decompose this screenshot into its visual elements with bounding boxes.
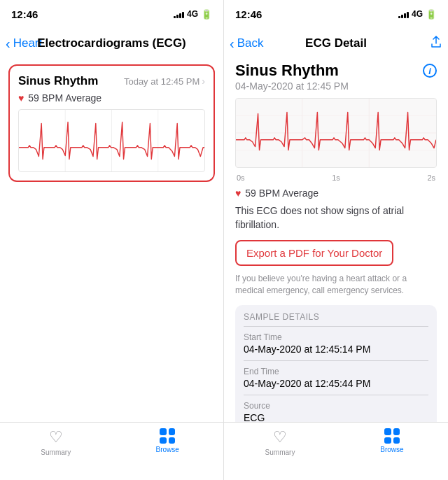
source-value: ECG xyxy=(244,412,428,422)
sample-details: SAMPLE DETAILS Start Time 04-May-2020 at… xyxy=(235,305,437,422)
chart-label-1: 1s xyxy=(332,174,340,182)
heart-tab-icon-right: ♡ xyxy=(273,428,287,446)
tab-summary-label-left: Summary xyxy=(41,449,71,456)
ecg-card-time: Today at 12:45 PM › xyxy=(124,76,205,87)
ecg-card-header: Sinus Rhythm Today at 12:45 PM › xyxy=(18,74,205,88)
status-bar-left: 12:46 4G 🔋 xyxy=(0,0,223,28)
bpm-text-left: 59 BPM Average xyxy=(28,92,102,104)
chevron-left-icon: ‹ xyxy=(6,36,10,52)
battery-icon-left: 🔋 xyxy=(201,9,212,20)
ecg-card[interactable]: Sinus Rhythm Today at 12:45 PM › ♥ 59 BP… xyxy=(8,64,215,182)
tab-browse-right[interactable]: Browse xyxy=(336,428,448,453)
ecg-chart-left xyxy=(18,109,205,172)
nav-bar-left: ‹ Heart Electrocardiograms (ECG) xyxy=(0,28,223,59)
heart-icon-right: ♥ xyxy=(235,188,241,199)
back-label-right: Back xyxy=(237,36,264,50)
right-panel: 12:46 4G 🔋 ‹ Back ECG Detail Sinus Rh xyxy=(224,0,448,480)
share-button[interactable] xyxy=(430,36,442,52)
detail-date: 04-May-2020 at 12:45 PM xyxy=(235,80,349,92)
network-icon-right: 4G xyxy=(412,9,423,19)
signal-icon-left xyxy=(174,10,184,18)
detail-row-end: End Time 04-May-2020 at 12:45:44 PM xyxy=(244,360,428,395)
heart-icon-left: ♥ xyxy=(18,92,24,104)
detail-row-source: Source ECG xyxy=(244,395,428,422)
tab-bar-right: ♡ Summary Browse xyxy=(224,422,448,480)
tab-summary-left[interactable]: ♡ Summary xyxy=(0,428,112,456)
detail-content: 0s 1s 2s ♥ 59 BPM Average This ECG does … xyxy=(224,98,448,422)
start-time-label: Start Time xyxy=(244,332,428,342)
chart-label-2: 2s xyxy=(427,174,435,182)
back-button-right[interactable]: ‹ Back xyxy=(230,36,263,52)
ecg-chart-right xyxy=(235,98,437,168)
export-pdf-button[interactable]: Export a PDF for Your Doctor xyxy=(235,240,393,266)
nav-title-left: Electrocardiograms (ECG) xyxy=(37,36,186,50)
tab-browse-left[interactable]: Browse xyxy=(112,428,224,453)
nav-bar-right: ‹ Back ECG Detail xyxy=(224,28,448,59)
tab-summary-label-right: Summary xyxy=(265,449,295,456)
share-icon xyxy=(430,36,442,48)
detail-title: Sinus Rhythm xyxy=(235,62,339,80)
bpm-row-left: ♥ 59 BPM Average xyxy=(18,92,205,104)
bpm-text-right: 59 BPM Average xyxy=(245,188,318,199)
info-button[interactable]: i xyxy=(423,64,437,78)
browse-tab-icon-left xyxy=(160,428,175,444)
start-time-value: 04-May-2020 at 12:45:14 PM xyxy=(244,344,428,355)
status-time-left: 12:46 xyxy=(11,8,38,20)
heart-tab-icon-left: ♡ xyxy=(49,428,63,446)
left-panel: 12:46 4G 🔋 ‹ Heart Electrocardiograms (E… xyxy=(0,0,224,480)
ecg-note: This ECG does not show signs of atrial f… xyxy=(235,204,437,232)
chart-label-0: 0s xyxy=(237,174,245,182)
status-bar-right: 12:46 4G 🔋 xyxy=(224,0,448,28)
ecg-svg-right xyxy=(236,99,436,167)
end-time-label: End Time xyxy=(244,367,428,376)
tab-bar-left: ♡ Summary Browse xyxy=(0,422,223,480)
source-label: Source xyxy=(244,401,428,411)
ecg-svg-left xyxy=(19,110,204,171)
end-time-value: 04-May-2020 at 12:45:44 PM xyxy=(244,378,428,389)
bpm-row-right: ♥ 59 BPM Average xyxy=(235,188,437,199)
detail-row-start: Start Time 04-May-2020 at 12:45:14 PM xyxy=(244,326,428,360)
tab-browse-label-right: Browse xyxy=(380,446,403,453)
status-time-right: 12:46 xyxy=(235,8,262,20)
detail-header: Sinus Rhythm i 04-May-2020 at 12:45 PM xyxy=(224,59,448,98)
signal-icon-right xyxy=(398,10,409,18)
status-icons-left: 4G 🔋 xyxy=(174,9,212,20)
tab-summary-right[interactable]: ♡ Summary xyxy=(224,428,336,456)
content-left: Sinus Rhythm Today at 12:45 PM › ♥ 59 BP… xyxy=(0,59,223,422)
emergency-note: If you believe you're having a heart att… xyxy=(235,273,437,297)
network-icon-left: 4G xyxy=(187,9,198,19)
status-icons-right: 4G 🔋 xyxy=(398,9,437,20)
tab-browse-label-left: Browse xyxy=(156,446,179,453)
chart-labels: 0s 1s 2s xyxy=(235,174,437,182)
chevron-left-icon-right: ‹ xyxy=(230,36,234,52)
chevron-right-icon: › xyxy=(202,76,205,87)
ecg-card-title: Sinus Rhythm xyxy=(18,74,98,88)
nav-title-right: ECG Detail xyxy=(305,36,367,50)
browse-tab-icon-right xyxy=(384,428,400,444)
battery-icon-right: 🔋 xyxy=(426,9,437,20)
sample-details-header: SAMPLE DETAILS xyxy=(244,305,428,326)
